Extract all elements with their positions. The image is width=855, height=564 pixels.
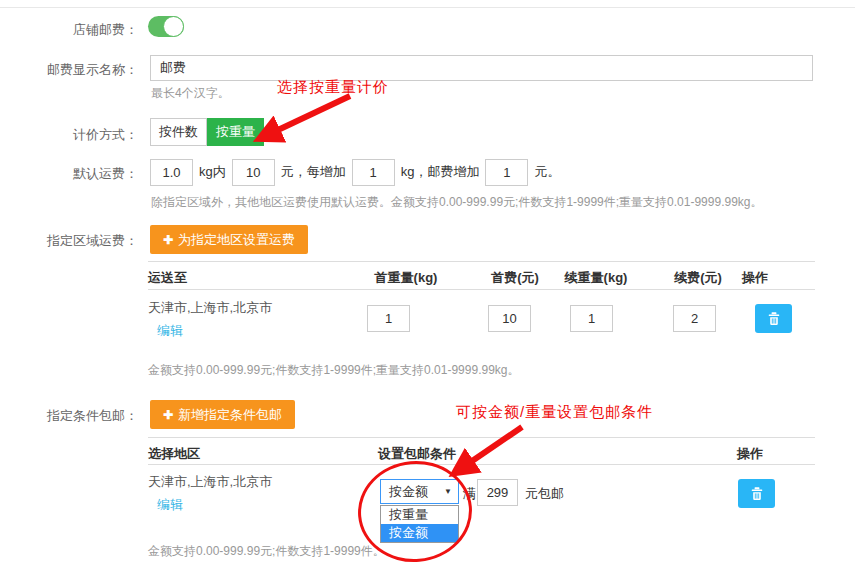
free-amount-input[interactable] [477,479,518,506]
default-weight-input[interactable] [150,159,193,186]
default-fee-input[interactable] [232,159,275,186]
region-freight-label: 指定区域运费： [0,232,138,250]
condition-type-dropdown: 按重量 按金额 [380,505,459,543]
trash-icon [766,311,782,327]
header-action: 操作 [742,269,768,287]
free-table-header: 选择地区 设置包邮条件 操作 [148,437,815,465]
free-row-edit-link[interactable]: 编辑 [157,496,183,514]
step-weight-input[interactable] [352,159,395,186]
pricing-by-weight-button[interactable]: 按重量 [207,118,264,146]
pricing-by-count-button[interactable]: 按件数 [150,118,207,146]
plus-icon: ✚ [163,233,173,247]
shipping-settings-page: 店铺邮费： 邮费显示名称： 最长4个汉字。 选择按重量计价 计价方式： 按件数 … [0,0,855,564]
full-condition-prefix: 满 [463,485,476,503]
free-row-region: 天津市,上海市,北京市 [148,473,272,491]
trash-icon [749,486,765,502]
pricing-method-group: 按件数 按重量 [150,118,264,146]
header-next-weight: 续重量(kg) [565,269,628,287]
freight-table-header: 运送至 首重量(kg) 首费(元) 续重量(kg) 续费(元) 操作 [148,261,815,290]
add-condition-free-button[interactable]: ✚ 新增指定条件包邮 [150,400,295,429]
first-fee-cell-input[interactable] [488,305,531,332]
next-weight-cell-input[interactable] [570,305,613,332]
free-table-hint: 金额支持0.00-999.99元;件数支持1-9999件。 [148,543,385,560]
select-current-value: 按金额 [381,483,428,501]
chevron-down-icon: ▼ [444,487,452,496]
display-name-input[interactable] [150,55,813,81]
header-first-fee: 首费(元) [491,269,539,287]
default-freight-row: kg内 元，每增加 kg，邮费增加 元。 [150,158,560,186]
dropdown-option-by-weight[interactable]: 按重量 [381,506,458,524]
condition-annotation: 可按金额/重量设置包邮条件 [456,403,653,422]
header-next-fee: 续费(元) [674,269,722,287]
default-freight-label: 默认运费： [0,165,138,183]
toggle-knob [163,16,184,37]
header-ship-to: 运送至 [148,269,187,287]
header-first-weight: 首重量(kg) [375,269,438,287]
weight-pricing-annotation: 选择按重量计价 [277,78,389,97]
dropdown-option-by-amount[interactable]: 按金额 [381,524,458,542]
add-condition-free-label: 新增指定条件包邮 [178,406,282,424]
display-name-hint: 最长4个汉字。 [151,85,230,102]
next-fee-cell-input[interactable] [673,305,716,332]
freight-row-region: 天津市,上海市,北京市 [148,299,272,317]
store-postage-toggle[interactable] [148,16,184,37]
add-region-freight-button[interactable]: ✚ 为指定地区设置运费 [150,225,308,254]
condition-type-select[interactable]: 按金额 ▼ [380,479,459,504]
unit-yuan-end: 元。 [534,163,560,181]
pricing-method-label: 计价方式： [0,126,138,144]
display-name-label: 邮费显示名称： [0,61,138,79]
unit-kg-fee-add: kg，邮费增加 [401,163,480,181]
unit-kg-within: kg内 [199,163,226,181]
delete-free-row-button[interactable] [738,479,775,508]
step-fee-input[interactable] [485,159,528,186]
top-divider [0,7,855,8]
default-freight-hint: 除指定区域外，其他地区运费使用默认运费。金额支持0.00-999.99元;件数支… [151,194,763,211]
first-weight-cell-input[interactable] [367,305,410,332]
header-action: 操作 [737,445,763,463]
add-region-freight-label: 为指定地区设置运费 [178,231,295,249]
condition-free-label: 指定条件包邮： [0,407,138,425]
store-postage-label: 店铺邮费： [0,21,138,39]
header-select-region: 选择地区 [148,445,200,463]
header-free-condition: 设置包邮条件 [378,445,456,463]
unit-yuan-per-add: 元，每增加 [281,163,346,181]
full-condition-suffix: 元包邮 [525,485,564,503]
freight-row-edit-link[interactable]: 编辑 [157,322,183,340]
freight-table-hint: 金额支持0.00-999.99元;件数支持1-9999件;重量支持0.01-99… [148,362,520,379]
delete-freight-row-button[interactable] [755,304,792,333]
plus-icon: ✚ [163,408,173,422]
